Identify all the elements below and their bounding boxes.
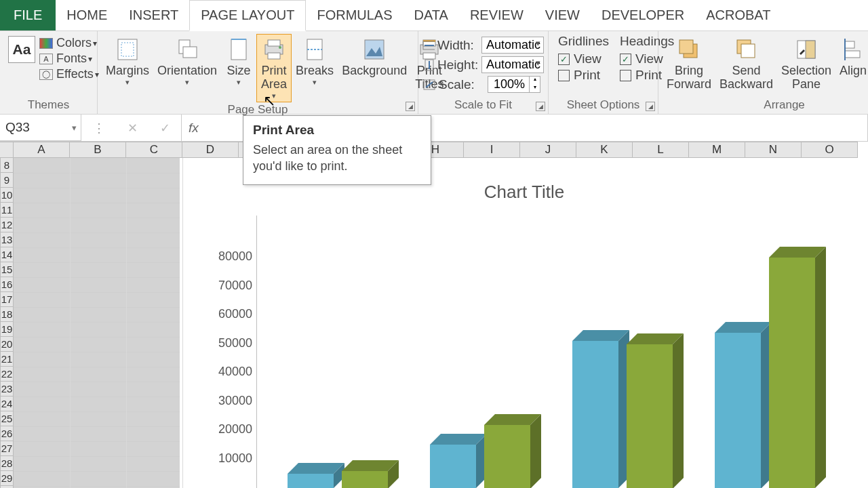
svg-rect-30 [845,51,860,58]
row-header[interactable]: 21 [0,352,14,367]
tab-view[interactable]: VIEW [534,0,591,30]
height-label: Height: [437,58,481,73]
row-header[interactable]: 27 [0,441,14,456]
svg-rect-28 [806,41,815,58]
col-header[interactable]: D [182,142,239,158]
send-backward-button[interactable]: Send Backward [715,34,777,94]
tab-developer[interactable]: DEVELOPER [591,0,695,30]
scale-input[interactable]: 100%▴▾ [488,76,540,93]
name-box[interactable]: Q33 [0,115,81,141]
chevron-down-icon: ▾ [313,78,317,87]
tab-data[interactable]: DATA [403,0,459,30]
col-header[interactable]: N [745,142,802,158]
gridlines-print-check[interactable]: Print [558,67,609,83]
width-label: Width: [437,38,481,53]
y-tick-label: 10000 [213,451,252,465]
spin-up-icon[interactable]: ▴ [529,77,540,85]
tab-formulas[interactable]: FORMULAS [306,0,403,30]
tab-page-layout[interactable]: PAGE LAYOUT [189,0,306,31]
enter-icon[interactable]: ✓ [160,121,170,136]
embedded-chart[interactable]: Chart Title 1000020000300004000050000600… [183,175,865,488]
print-area-tooltip: Print Area Select an area on the sheet y… [243,115,431,185]
align-button[interactable]: Align [835,34,868,80]
colors-icon [39,38,53,49]
row-header[interactable]: 25 [0,411,14,426]
tab-review[interactable]: REVIEW [459,0,534,30]
bring-forward-icon [675,36,703,63]
print-area-button[interactable]: Print Area▾ [256,34,292,102]
row-header[interactable]: 20 [0,337,14,352]
svg-rect-3 [183,47,197,58]
tab-home[interactable]: HOME [56,0,118,30]
fx-icon[interactable]: fx [182,115,205,141]
selection-pane-button[interactable]: Selection Pane [777,34,835,94]
row-header[interactable]: 17 [0,292,14,307]
effects-button[interactable]: ◯Effects▾ [39,66,99,82]
cancel-icon[interactable]: ✕ [127,121,138,136]
row-header[interactable]: 29 [0,471,14,486]
background-button[interactable]: Background [338,34,411,80]
scale-launcher[interactable]: ◢ [536,102,545,111]
chevron-down-icon: ▾ [272,92,276,100]
col-header[interactable]: I [464,142,520,158]
y-tick-label: 70000 [213,278,252,292]
group-scale-label: Scale to Fit [422,98,544,114]
fonts-button[interactable]: AFonts▾ [39,51,99,66]
col-header[interactable]: B [70,142,126,158]
col-header[interactable]: O [802,142,858,158]
row-header[interactable]: 13 [0,232,14,247]
orientation-button[interactable]: Orientation▾ [153,34,221,89]
row-header[interactable]: 9 [0,173,14,188]
scale-icon [422,79,436,91]
row-header[interactable]: 26 [0,426,14,441]
row-header[interactable]: 23 [0,382,14,396]
y-tick-label: 60000 [213,307,252,321]
tab-acrobat[interactable]: ACROBAT [695,0,781,30]
breaks-button[interactable]: Breaks▾ [292,34,338,89]
width-select[interactable]: Automatic [481,37,544,54]
row-header[interactable]: 16 [0,277,14,292]
page-setup-launcher[interactable]: ◢ [406,102,415,111]
orientation-icon [174,36,201,63]
col-header[interactable]: L [633,142,689,158]
row-header[interactable]: 8 [0,158,14,173]
y-tick-label: 80000 [213,249,252,264]
colors-button[interactable]: Colors▾ [39,35,99,51]
group-themes-label: Themes [4,98,93,114]
col-header[interactable]: M [689,142,745,158]
col-header[interactable]: A [14,142,70,158]
bring-forward-button[interactable]: Bring Forward [663,34,715,94]
row-header[interactable]: 28 [0,456,14,471]
row-header[interactable]: 19 [0,322,14,337]
y-tick-label: 40000 [213,365,252,379]
row-header[interactable]: 14 [0,247,14,262]
chevron-down-icon: ▾ [93,39,97,48]
row-header[interactable]: 24 [0,396,14,411]
tab-insert[interactable]: INSERT [118,0,189,30]
row-header[interactable]: 18 [0,307,14,322]
row-header[interactable]: 10 [0,188,14,203]
checkbox-icon: ✓ [558,54,570,65]
group-arrange-label: Arrange [663,98,868,114]
height-select[interactable]: Automatic [481,56,544,73]
spin-down-icon[interactable]: ▾ [529,85,540,93]
size-button[interactable]: Size▾ [221,34,256,89]
margins-button[interactable]: Margins▾ [102,34,153,89]
row-header[interactable]: 22 [0,367,14,382]
row-header[interactable]: 11 [0,203,14,218]
y-axis [256,216,257,488]
row-header[interactable]: 15 [0,262,14,277]
tooltip-title: Print Area [253,123,421,138]
formula-dots-icon[interactable]: ⋮ [93,121,105,136]
gridlines-view-check[interactable]: ✓View [558,51,609,67]
print-area-icon [260,36,288,63]
col-header[interactable]: K [576,142,633,158]
select-all-corner[interactable] [0,142,14,158]
themes-button[interactable]: Aa [4,34,39,66]
col-header[interactable]: J [520,142,576,158]
sheet-launcher[interactable]: ◢ [646,102,655,111]
col-header[interactable]: C [126,142,182,158]
worksheet-grid[interactable]: ABCDEFGHIJKLMNO 891011121314151617181920… [0,142,868,158]
tab-file[interactable]: FILE [0,0,56,30]
row-header[interactable]: 12 [0,218,14,232]
